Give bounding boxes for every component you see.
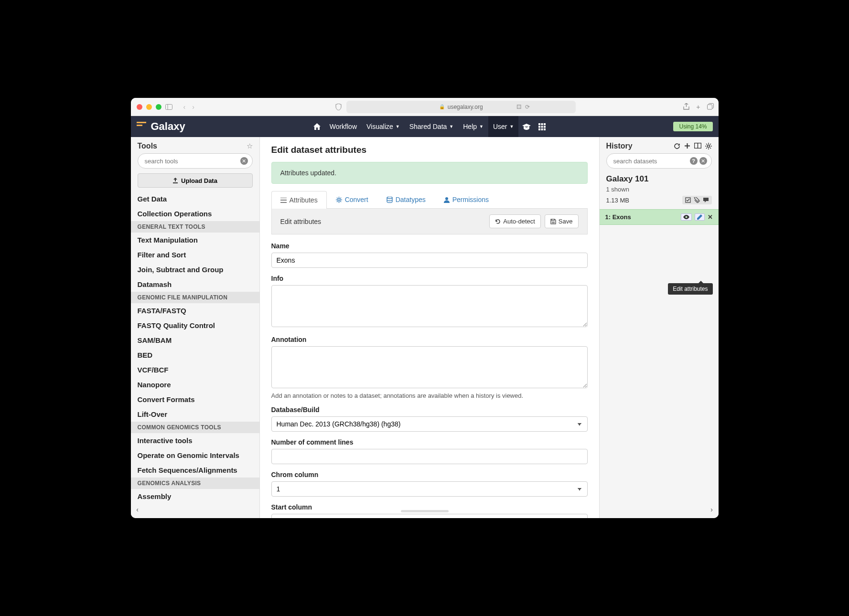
edit-icon[interactable] [695,213,705,221]
chrom-select[interactable]: 1 [271,481,588,497]
nav-help[interactable]: Help▼ [458,116,488,137]
tool-item[interactable]: Fetch Sequences/Alignments [131,463,259,478]
main-panel: Edit dataset attributes Attributes updat… [260,137,599,518]
share-icon[interactable] [683,103,689,111]
select-icon[interactable] [685,197,691,203]
tab-attributes[interactable]: Attributes [271,191,327,209]
forward-icon[interactable]: › [192,103,194,111]
undo-icon [495,219,501,224]
favorites-icon[interactable]: ☆ [247,142,253,150]
tooltip: Edit attributes [668,283,712,295]
annotation-icon[interactable] [703,197,709,203]
user-icon [444,197,450,203]
name-input[interactable] [271,253,588,268]
svg-rect-7 [541,126,543,127]
reload-icon[interactable]: ⟳ [525,104,530,110]
delete-icon[interactable]: ✕ [708,213,713,221]
nav-workflow[interactable]: Workflow [325,116,362,137]
info-textarea[interactable] [271,285,588,327]
tool-item[interactable]: Assembly [131,489,259,504]
maximize-icon[interactable] [156,104,161,110]
clear-icon[interactable]: ✕ [240,157,248,165]
options-icon[interactable] [705,143,712,149]
nav-user[interactable]: User▼ [488,116,518,137]
list-icon [280,198,287,203]
tool-item[interactable]: Collection Operations [131,206,259,221]
tool-section: GENOMICS ANALYSIS [131,478,259,489]
tool-item[interactable]: Convert Formats [131,392,259,407]
grid-icon[interactable] [535,123,549,130]
database-icon [387,197,393,203]
save-button[interactable]: Save [545,214,579,228]
histories-icon[interactable] [694,143,701,149]
tabs-icon[interactable] [707,103,714,111]
tool-item[interactable]: Operate on Genomic Intervals [131,448,259,463]
tool-section: GENOMIC FILE MANIPULATION [131,292,259,303]
tags-icon[interactable] [694,197,700,203]
svg-point-14 [445,197,448,200]
tool-item[interactable]: Lift-Over [131,407,259,422]
tool-item[interactable]: Get Data [131,191,259,206]
section-subhead: Edit attributes Auto-detect Save [271,209,588,234]
tab-permissions[interactable]: Permissions [435,191,498,208]
tool-item[interactable]: Text Manipulation [131,233,259,247]
tab-convert[interactable]: Convert [327,191,377,208]
collapse-left-icon[interactable]: ‹ [133,505,142,514]
anno-label: Annotation [271,336,588,343]
tool-item[interactable]: BED [131,348,259,362]
tools-search-input[interactable] [138,153,253,169]
tool-item[interactable]: SAM/BAM [131,333,259,348]
minimize-icon[interactable] [146,104,152,110]
success-alert: Attributes updated. [271,162,588,184]
nav-arrows: ‹ › [183,103,194,111]
titlebar: ‹ › 🔒 usegalaxy.org ⚃ ⟳ + [131,98,719,116]
tool-item[interactable]: Interactive tools [131,433,259,448]
name-label: Name [271,242,588,250]
svg-rect-8 [544,126,546,127]
svg-rect-5 [544,123,546,125]
db-select[interactable]: Human Dec. 2013 (GRCh38/hg38) (hg38) [271,416,588,432]
nav-visualize[interactable]: Visualize▼ [362,116,405,137]
svg-rect-9 [538,128,540,130]
refresh-icon[interactable] [674,143,680,149]
home-icon[interactable] [309,123,325,130]
gear-icon [336,197,342,203]
upload-button[interactable]: Upload Data [138,173,253,188]
tool-item[interactable]: Filter and Sort [131,247,259,262]
logo-icon [137,122,146,131]
tool-item[interactable]: Datamash [131,277,259,292]
sidebar-toggle-icon[interactable] [165,103,173,111]
nav-shared-data[interactable]: Shared Data▼ [405,116,459,137]
svg-rect-4 [541,123,543,125]
autodetect-button[interactable]: Auto-detect [489,214,541,228]
view-icon[interactable] [681,213,692,221]
shield-icon[interactable] [335,104,342,110]
tools-title: Tools [138,142,157,150]
tool-item[interactable]: FASTQ Quality Control [131,318,259,333]
tool-item[interactable]: VCF/BCF [131,362,259,377]
education-icon[interactable] [518,124,535,130]
newtab-icon[interactable]: + [696,103,700,111]
svg-rect-3 [538,123,540,125]
tool-item[interactable]: FASTA/FASTQ [131,303,259,318]
svg-point-19 [685,216,687,218]
tool-item[interactable]: Nanopore [131,377,259,392]
history-name[interactable]: Galaxy 101 [600,173,719,186]
clear-icon[interactable]: ✕ [699,157,707,165]
back-icon[interactable]: ‹ [183,103,186,111]
help-icon[interactable]: ? [690,157,698,165]
comment-input[interactable] [271,449,588,464]
anno-textarea[interactable] [271,346,588,388]
brand[interactable]: Galaxy [137,120,185,133]
db-label: Database/Build [271,406,588,414]
tool-item[interactable]: Join, Subtract and Group [131,262,259,277]
start-select[interactable]: 2 [271,514,588,518]
collapse-right-icon[interactable]: › [707,505,717,514]
lock-icon: 🔒 [439,104,445,109]
new-history-icon[interactable] [684,143,690,149]
tab-datatypes[interactable]: Datatypes [377,191,435,208]
translate-icon[interactable]: ⚃ [516,104,521,110]
close-icon[interactable] [137,104,142,110]
url-bar[interactable]: 🔒 usegalaxy.org ⚃ ⟳ [346,101,576,113]
dataset-item[interactable]: 1: Exons ✕ [600,209,719,225]
